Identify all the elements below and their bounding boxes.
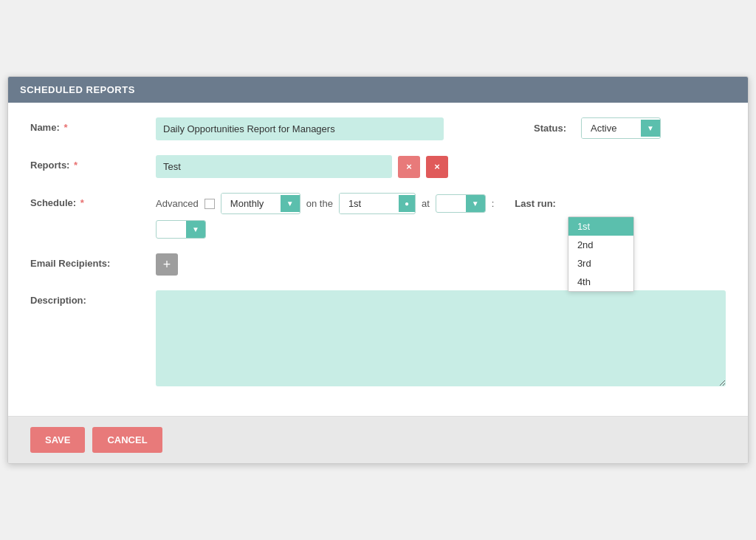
day-option-1st[interactable]: 1st <box>568 217 633 236</box>
hour-select-text <box>436 200 466 208</box>
name-input[interactable] <box>156 117 444 140</box>
reports-label: Reports: * <box>30 155 156 171</box>
day-option-4th[interactable]: 4th <box>568 273 633 291</box>
reports-control-area: × × <box>156 155 726 178</box>
email-recipients-label: Email Recipients: <box>30 253 156 269</box>
reports-row: Reports: * × × <box>30 155 726 178</box>
last-run-section: Last run: <box>515 198 556 209</box>
frequency-select-wrapper: Monthly ▼ <box>221 193 300 214</box>
schedule-row: Schedule: * Advanced Monthly ▼ on the <box>30 193 726 239</box>
schedule-control-area: Advanced Monthly ▼ on the 1st ● <box>156 193 726 239</box>
description-control <box>156 290 726 386</box>
on-the-label: on the <box>306 198 333 209</box>
at-label: at <box>422 198 430 209</box>
cancel-button[interactable]: CANCEL <box>92 427 162 453</box>
description-textarea[interactable] <box>156 290 726 386</box>
reports-required: * <box>74 160 78 171</box>
modal-container: SCHEDULED REPORTS Name: * Status: Active… <box>7 76 749 464</box>
timezone-select-text <box>157 226 186 233</box>
modal-header: SCHEDULED REPORTS <box>8 77 748 103</box>
timezone-select-wrapper: ▼ <box>156 220 206 239</box>
day-option-3rd[interactable]: 3rd <box>568 254 633 273</box>
hour-dropdown-arrow[interactable]: ▼ <box>466 195 485 212</box>
time-colon: : <box>492 198 495 209</box>
day-option-2nd[interactable]: 2nd <box>568 236 633 254</box>
advanced-label: Advanced <box>156 198 199 209</box>
description-label: Description: <box>30 290 156 306</box>
status-select-wrapper: Active ▼ <box>581 117 661 139</box>
reports-clear-btn[interactable]: × <box>426 156 448 178</box>
name-label: Name: * <box>30 117 156 133</box>
close-icon: × <box>434 161 440 172</box>
frequency-select-text: Monthly <box>221 194 281 213</box>
day-select-wrapper: 1st ● <box>339 193 416 214</box>
schedule-content: Advanced Monthly ▼ on the 1st ● <box>156 193 556 239</box>
status-select-text: Active <box>582 118 641 138</box>
status-area: Status: Active ▼ <box>534 117 726 139</box>
name-status-row: Name: * Status: Active ▼ <box>30 117 726 140</box>
modal-body: Name: * Status: Active ▼ Reports: * <box>8 103 748 416</box>
advanced-checkbox[interactable] <box>205 199 215 209</box>
timezone-dropdown-arrow[interactable]: ▼ <box>186 221 205 238</box>
hour-select-wrapper: ▼ <box>436 194 486 213</box>
reports-input[interactable] <box>156 155 392 178</box>
schedule-second-row: ▼ <box>156 220 556 239</box>
frequency-dropdown-arrow[interactable]: ▼ <box>281 195 300 212</box>
description-row: Description: <box>30 290 726 386</box>
schedule-top: Advanced Monthly ▼ on the 1st ● <box>156 193 556 214</box>
schedule-label: Schedule: * <box>30 193 156 208</box>
name-control-area <box>156 117 534 140</box>
search-icon: × <box>406 161 412 172</box>
add-recipient-btn[interactable]: + <box>156 253 178 276</box>
plus-icon: + <box>163 257 171 273</box>
name-required: * <box>63 122 67 133</box>
day-dropdown-arrow[interactable]: ● <box>399 195 415 212</box>
email-recipients-control: + <box>156 253 726 276</box>
status-label: Status: <box>534 123 566 134</box>
modal-title: SCHEDULED REPORTS <box>20 84 135 95</box>
day-dropdown-list: 1st 2nd 3rd 4th <box>568 216 634 292</box>
save-button[interactable]: SAVE <box>30 427 85 453</box>
schedule-required: * <box>80 197 84 208</box>
reports-search-btn[interactable]: × <box>398 156 420 178</box>
day-select-text: 1st <box>340 194 399 213</box>
status-dropdown-arrow[interactable]: ▼ <box>641 120 660 137</box>
last-run-label: Last run: <box>515 198 556 209</box>
day-dropdown-container: 1st ● 1st 2nd 3rd 4th <box>339 193 416 214</box>
modal-footer: SAVE CANCEL <box>8 416 748 463</box>
